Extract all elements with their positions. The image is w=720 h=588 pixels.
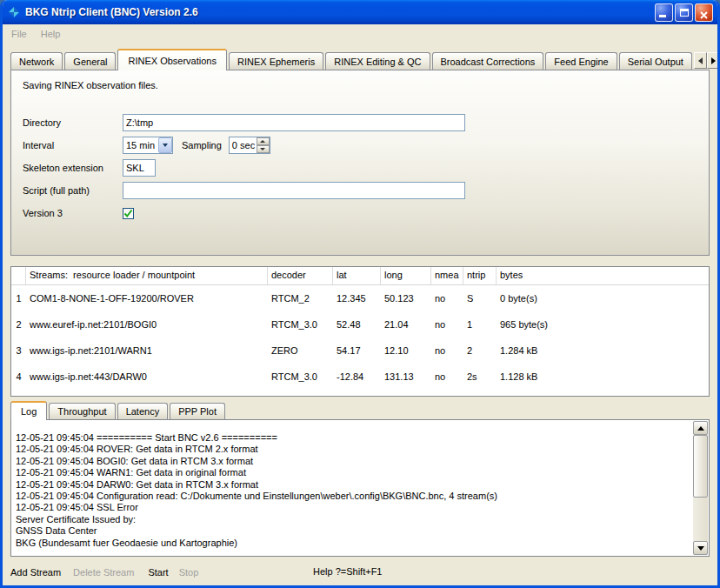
start-button[interactable]: Start <box>148 567 168 578</box>
interval-label: Interval <box>23 140 123 150</box>
tab-network[interactable]: Network <box>10 52 63 70</box>
rinex-observations-panel: Saving RINEX observation files. Director… <box>10 70 710 256</box>
tab-rinex-ephemeris[interactable]: RINEX Ephemeris <box>229 52 323 70</box>
cell-bytes: 1.128 kB <box>497 371 709 382</box>
tab-rinex-editing-qc[interactable]: RINEX Editing & QC <box>325 52 430 70</box>
cell-mountpoint: www.euref-ip.net:2101/BOGI0 <box>26 319 268 330</box>
tab-log[interactable]: Log <box>10 401 47 420</box>
table-row[interactable]: 1 COM1-8-NONE-1-OFF-19200/ROVER RTCM_2 1… <box>11 285 709 311</box>
tab-scroll-left-button[interactable] <box>694 52 707 69</box>
cell-mountpoint: www.igs-ip.net:443/DARW0 <box>26 371 268 382</box>
header-lat: lat <box>333 267 381 284</box>
minimize-button[interactable] <box>655 3 673 22</box>
tab-rinex-observations[interactable]: RINEX Observations <box>117 49 226 70</box>
header-long: long <box>381 267 431 284</box>
stop-button[interactable]: Stop <box>179 567 199 578</box>
cell-bytes: 965 byte(s) <box>497 319 709 330</box>
check-icon <box>123 209 133 218</box>
tab-feed-engine[interactable]: Feed Engine <box>545 52 617 70</box>
menu-file[interactable]: File <box>4 26 34 42</box>
row-number: 1 <box>11 293 26 304</box>
log-output: 12-05-21 09:45:04 ========== Start BNC v… <box>10 419 710 557</box>
cell-ntrip: 2s <box>463 371 497 382</box>
cell-mountpoint: www.igs-ip.net:2101/WARN1 <box>26 345 268 356</box>
cell-long: 131.13 <box>381 371 431 382</box>
directory-input[interactable] <box>123 114 465 131</box>
add-stream-button[interactable]: Add Stream <box>10 567 61 578</box>
menu-help[interactable]: Help <box>34 26 68 42</box>
bottom-button-bar: Add Stream Delete Stream Start Stop Help… <box>10 562 710 583</box>
script-path-label: Script (full path) <box>23 185 123 196</box>
close-button[interactable] <box>695 3 713 22</box>
tab-ppp-plot[interactable]: PPP Plot <box>170 403 225 419</box>
scrollbar-thumb[interactable] <box>693 435 708 498</box>
header-bytes: bytes <box>497 267 709 284</box>
skeleton-row: Skeleton extension <box>23 159 156 177</box>
directory-label: Directory <box>23 117 123 128</box>
log-line: 12-05-21 09:45:04 BOGI0: Get data in RTC… <box>16 456 689 467</box>
log-line: Server Certificate Issued by: <box>16 514 689 525</box>
cell-decoder: RTCM_3.0 <box>268 371 333 382</box>
table-row[interactable]: 2 www.euref-ip.net:2101/BOGI0 RTCM_3.0 5… <box>11 311 709 337</box>
log-line: 12-05-21 09:45:04 ROVER: Get data in RTC… <box>16 444 689 455</box>
arrow-right-icon <box>711 57 716 64</box>
cell-bytes: 1.284 kB <box>497 345 709 356</box>
version3-label: Version 3 <box>23 208 123 218</box>
table-row[interactable]: 4 www.igs-ip.net:443/DARW0 RTCM_3.0 -12.… <box>11 364 709 390</box>
log-line: GNSS Data Center <box>16 525 689 537</box>
sampling-label: Sampling <box>182 140 222 150</box>
header-decoder: decoder <box>268 267 333 284</box>
tab-latency[interactable]: Latency <box>117 403 169 419</box>
tab-serial-output[interactable]: Serial Output <box>619 52 692 70</box>
log-line: 12-05-21 09:45:04 DARW0: Get data in RTC… <box>16 479 689 491</box>
version3-checkbox[interactable] <box>123 208 134 219</box>
directory-row: Directory <box>23 114 465 131</box>
chevron-down-icon <box>163 144 168 147</box>
cell-lat: 52.48 <box>333 319 381 330</box>
spin-down-button[interactable] <box>257 145 270 153</box>
version3-row: Version 3 <box>23 204 134 222</box>
title-bar: BKG Ntrip Client (BNC) Version 2.6 <box>3 0 717 24</box>
log-line: 12-05-21 09:45:04 SSL Error <box>16 502 689 513</box>
spin-up-button[interactable] <box>257 137 270 145</box>
log-line: BKG (Bundesamt fuer Geodaesie und Kartog… <box>16 538 689 549</box>
header-row-number <box>11 267 26 284</box>
skeleton-extension-input[interactable] <box>123 159 156 177</box>
tab-broadcast-corrections[interactable]: Broadcast Corrections <box>432 52 544 70</box>
streams-table-header: Streams: resource loader / mountpoint de… <box>11 267 709 285</box>
panel-description: Saving RINEX observation files. <box>23 80 158 90</box>
cell-nmea: no <box>431 319 463 330</box>
tab-general[interactable]: General <box>64 52 116 70</box>
interval-dropdown[interactable]: 15 min <box>123 137 173 154</box>
cell-long: 12.10 <box>381 345 431 356</box>
cell-nmea: no <box>431 371 463 382</box>
tab-scroll-buttons <box>694 52 720 69</box>
cell-long: 50.123 <box>381 293 431 304</box>
cell-bytes: 0 byte(s) <box>497 293 709 304</box>
app-window: BKG Ntrip Client (BNC) Version 2.6 File … <box>0 0 720 588</box>
sampling-spinner[interactable]: 0 sec <box>229 137 270 154</box>
sampling-spin-buttons <box>257 137 270 153</box>
interval-value: 15 min <box>123 140 158 150</box>
maximize-button[interactable] <box>675 3 693 22</box>
arrow-down-icon <box>697 546 704 551</box>
streams-table: Streams: resource loader / mountpoint de… <box>10 266 710 397</box>
close-icon <box>699 8 709 23</box>
app-icon <box>7 5 21 19</box>
table-row[interactable]: 3 www.igs-ip.net:2101/WARN1 ZERO 54.17 1… <box>11 337 709 364</box>
skeleton-extension-label: Skeleton extension <box>23 163 123 173</box>
row-number: 3 <box>11 345 26 356</box>
scroll-up-button[interactable] <box>693 421 708 435</box>
scroll-down-button[interactable] <box>693 541 708 555</box>
delete-stream-button[interactable]: Delete Stream <box>73 567 134 578</box>
log-scrollbar[interactable] <box>693 421 708 555</box>
script-path-input[interactable] <box>123 182 465 199</box>
help-shortcut-text: Help ?=Shift+F1 <box>313 566 383 577</box>
arrow-left-icon <box>698 57 703 64</box>
cell-nmea: no <box>431 293 463 304</box>
cell-long: 21.04 <box>381 319 431 330</box>
tab-throughput[interactable]: Throughput <box>49 403 115 419</box>
interval-dropdown-button[interactable] <box>158 137 172 153</box>
tab-scroll-right-button[interactable] <box>707 52 720 69</box>
maximize-icon <box>680 9 689 17</box>
